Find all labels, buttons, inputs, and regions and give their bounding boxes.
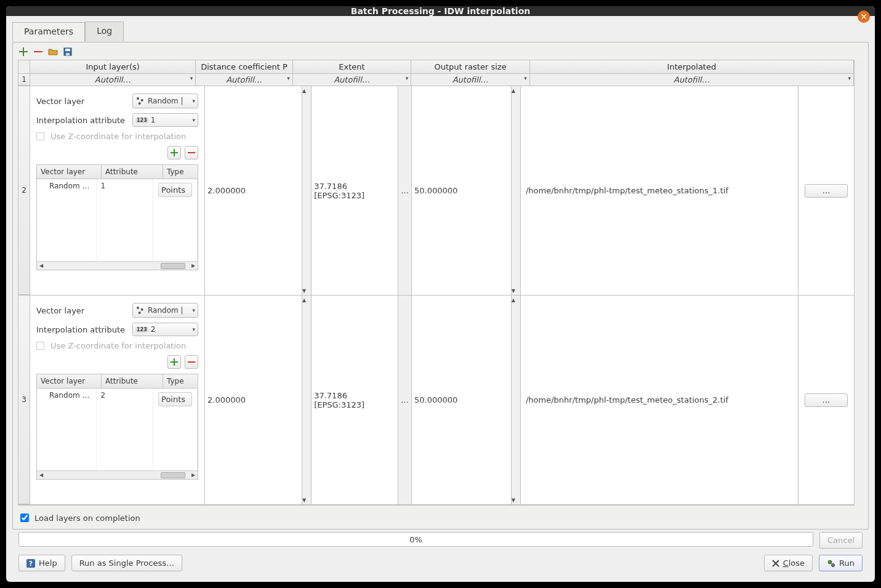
help-button[interactable]: ? Help: [18, 555, 65, 571]
scroll-right-icon[interactable]: ▶: [189, 262, 198, 270]
label-interp-attr: Interpolation attribute: [36, 116, 129, 125]
load-layers-checkbox[interactable]: [20, 513, 29, 522]
open-icon[interactable]: [47, 46, 58, 57]
scroll-up-icon[interactable]: ▲: [855, 60, 863, 68]
inner-attribute[interactable]: 1: [97, 179, 153, 261]
spin-up-icon[interactable]: ▲: [302, 296, 306, 304]
autofill-distance[interactable]: Autofill…: [196, 74, 292, 86]
column-headers: Input layer(s) Distance coefficient P Ex…: [18, 60, 854, 74]
cell-extent[interactable]: 37.7186 [EPSG:3123]: [312, 86, 398, 295]
header-extent[interactable]: Extent: [293, 60, 412, 73]
spin-down-icon[interactable]: ▼: [302, 286, 306, 295]
spin-up-icon[interactable]: ▲: [302, 86, 306, 95]
save-icon[interactable]: [62, 46, 73, 57]
distance-spinner[interactable]: ▲▼: [302, 86, 312, 295]
inner-type-button[interactable]: Points: [158, 392, 192, 406]
browse-output-button[interactable]: …: [805, 184, 848, 198]
scroll-right-icon[interactable]: ▶: [189, 472, 198, 479]
rownum-header: [18, 60, 30, 73]
cell-interpolated-browse: …: [799, 296, 854, 504]
cell-raster[interactable]: 50.000000: [412, 86, 512, 295]
svg-point-21: [832, 563, 835, 566]
close-icon: [772, 560, 779, 567]
cell-distance[interactable]: 2.000000: [205, 296, 302, 504]
run-button[interactable]: Run: [819, 555, 863, 571]
window-close-button[interactable]: ✕: [858, 10, 870, 23]
table-row: 3 Vector layer Random |: [18, 296, 854, 505]
autofill-raster[interactable]: Autofill…: [411, 74, 530, 86]
header-interpolated[interactable]: Interpolated: [530, 60, 854, 73]
cell-extent[interactable]: 37.7186 [EPSG:3123]: [312, 296, 398, 504]
spin-down-icon[interactable]: ▼: [512, 496, 515, 504]
titlebar: Batch Processing - IDW interpolation ✕: [6, 6, 875, 16]
grid-v-scrollbar[interactable]: ▲ ▼: [855, 60, 863, 497]
parameter-grid: Input layer(s) Distance coefficient P Ex…: [18, 60, 855, 505]
autofill-extent[interactable]: Autofill…: [293, 74, 412, 86]
batch-processing-window: Batch Processing - IDW interpolation ✕ P…: [6, 6, 875, 582]
svg-rect-11: [188, 152, 195, 153]
inner-h-scrollbar[interactable]: ◀ ▶: [37, 470, 198, 479]
inner-vector-layer[interactable]: Random …: [37, 179, 97, 261]
scroll-down-icon[interactable]: ▼: [855, 497, 863, 505]
vector-layer-combo[interactable]: Random |: [132, 94, 198, 108]
spin-up-icon[interactable]: ▲: [512, 86, 515, 95]
distance-spinner[interactable]: ▲▼: [302, 296, 312, 504]
svg-point-12: [137, 307, 139, 309]
vector-layer-value: Random |: [148, 97, 183, 105]
cell-input-layers: Vector layer Random | Interpolation attr…: [30, 296, 205, 504]
extent-options-button[interactable]: …: [398, 296, 412, 504]
inner-header-attribute[interactable]: Attribute: [102, 165, 163, 179]
header-input-layers[interactable]: Input layer(s): [30, 60, 196, 73]
scroll-thumb[interactable]: [161, 263, 185, 269]
interp-attr-combo[interactable]: 123 1: [132, 113, 198, 127]
spin-down-icon[interactable]: ▼: [302, 496, 306, 504]
browse-output-button[interactable]: …: [805, 393, 848, 407]
add-layer-button[interactable]: [167, 355, 181, 369]
inner-header-type[interactable]: Type: [163, 374, 197, 389]
tabs: Parameters Log: [12, 22, 869, 41]
autofill-interpolated[interactable]: Autofill…: [530, 74, 854, 86]
scroll-left-icon[interactable]: ◀: [37, 262, 46, 270]
raster-spinner[interactable]: ▲▼: [512, 296, 521, 504]
scroll-left-icon[interactable]: ◀: [37, 472, 46, 479]
svg-point-13: [141, 308, 143, 311]
svg-rect-16: [174, 358, 175, 366]
autofill-input[interactable]: Autofill…: [30, 74, 196, 86]
remove-layer-button[interactable]: [185, 355, 198, 369]
cell-distance[interactable]: 2.000000: [205, 86, 302, 295]
toolbar: [13, 42, 868, 60]
cell-interpolated[interactable]: /home/bnhr/tmp/phl-tmp/test_meteo_statio…: [521, 86, 799, 295]
remove-layer-button[interactable]: [185, 146, 198, 159]
remove-row-icon[interactable]: [33, 46, 44, 57]
interp-attr-combo[interactable]: 123 2: [132, 323, 198, 336]
inner-header-vector-layer[interactable]: Vector layer: [37, 374, 102, 389]
cell-interpolated[interactable]: /home/bnhr/tmp/phl-tmp/test_meteo_statio…: [521, 296, 799, 504]
vector-layer-combo[interactable]: Random |: [132, 303, 198, 318]
spin-down-icon[interactable]: ▼: [512, 286, 515, 295]
run-as-single-button[interactable]: Run as Single Process…: [71, 555, 182, 571]
inner-header-type[interactable]: Type: [163, 165, 197, 179]
raster-value: 50.000000: [414, 395, 457, 405]
inner-attribute[interactable]: 2: [97, 389, 153, 470]
tab-parameters[interactable]: Parameters: [12, 22, 85, 42]
scroll-thumb[interactable]: [856, 164, 862, 492]
header-raster[interactable]: Output raster size: [411, 60, 530, 73]
cell-raster[interactable]: 50.000000: [412, 296, 512, 504]
inner-vector-layer[interactable]: Random …: [37, 389, 97, 470]
row-number: 3: [18, 296, 30, 504]
scroll-thumb[interactable]: [161, 472, 185, 478]
vector-layer-value: Random |: [148, 306, 183, 315]
inner-h-scrollbar[interactable]: ◀ ▶: [37, 261, 198, 270]
spin-up-icon[interactable]: ▲: [512, 296, 515, 304]
raster-spinner[interactable]: ▲▼: [512, 86, 521, 295]
inner-header-vector-layer[interactable]: Vector layer: [37, 165, 102, 179]
tab-log[interactable]: Log: [85, 22, 124, 41]
add-layer-button[interactable]: [167, 146, 181, 159]
help-icon: ?: [26, 559, 35, 568]
extent-options-button[interactable]: …: [398, 86, 412, 295]
close-button[interactable]: Close: [764, 555, 813, 571]
add-row-icon[interactable]: [18, 46, 29, 57]
header-distance[interactable]: Distance coefficient P: [196, 60, 292, 73]
inner-header-attribute[interactable]: Attribute: [102, 374, 163, 389]
inner-type-button[interactable]: Points: [158, 183, 192, 197]
